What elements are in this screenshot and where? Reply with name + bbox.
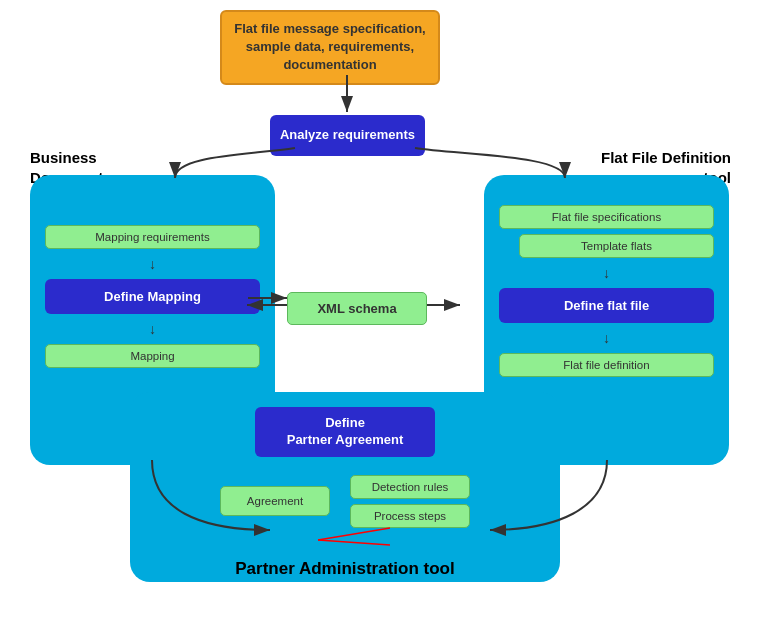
arrow-down-2: ↓ — [45, 322, 260, 336]
top-input-box: Flat file message specification, sample … — [220, 10, 440, 85]
arrow-down-1: ↓ — [45, 257, 260, 271]
left-panel-content: Mapping requirements ↓ Define Mapping ↓ … — [45, 225, 260, 368]
detection-rules-box: Detection rules — [350, 475, 470, 499]
define-partner-wrapper: Define Partner Agreement — [145, 407, 545, 457]
detection-stack: Detection rules Process steps — [350, 475, 470, 528]
flat-def-box: Flat file definition — [499, 353, 714, 377]
top-input-text: Flat file message specification, sample … — [234, 21, 425, 72]
flat-specs-box: Flat file specifications — [499, 205, 714, 229]
bottom-panel-content: Define Partner Agreement Agreement Detec… — [145, 407, 545, 528]
bottom-items-row: Agreement Detection rules Process steps — [145, 475, 545, 528]
mapping-requirements-box: Mapping requirements — [45, 225, 260, 249]
bottom-panel: Define Partner Agreement Agreement Detec… — [130, 392, 560, 582]
define-mapping-box: Define Mapping — [45, 279, 260, 314]
define-flat-box: Define flat file — [499, 288, 714, 323]
mapping-box: Mapping — [45, 344, 260, 368]
arrow-down-3: ↓ — [499, 266, 714, 280]
process-steps-box: Process steps — [350, 504, 470, 528]
analyze-box: Analyze requirements — [270, 115, 425, 156]
template-flats-box: Template flats — [519, 234, 714, 258]
define-partner-box: Define Partner Agreement — [255, 407, 435, 457]
agreement-box: Agreement — [220, 486, 330, 516]
analyze-label: Analyze requirements — [280, 127, 415, 142]
xml-schema-box: XML schema — [287, 292, 427, 325]
arrow-down-4: ↓ — [499, 331, 714, 345]
diagram: Flat file message specification, sample … — [0, 0, 759, 617]
partner-admin-title: Partner Administration tool — [130, 559, 560, 579]
right-panel-content: Flat file specifications Template flats … — [499, 205, 714, 377]
